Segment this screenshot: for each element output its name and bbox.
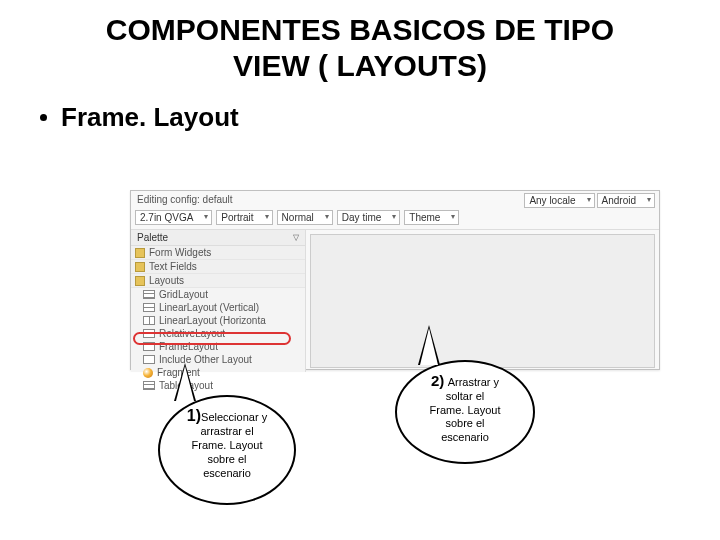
palette-panel: Palette ▽ Form Widgets Text Fields Layou… [131, 230, 306, 372]
callout-1-text2: arrastrar el [200, 425, 253, 437]
layout-item-table[interactable]: TableLayout [131, 379, 305, 392]
layout-item-fragment[interactable]: Fragment [131, 366, 305, 379]
palette-section-text-fields[interactable]: Text Fields [131, 260, 305, 274]
frame-layout-icon [143, 342, 155, 351]
mode-dropdown[interactable]: Normal [277, 210, 333, 225]
folder-icon [135, 248, 145, 258]
device-dropdown[interactable]: 2.7in QVGA [135, 210, 212, 225]
folder-icon [135, 262, 145, 272]
layout-item-include[interactable]: Include Other Layout [131, 353, 305, 366]
bullet-dot-icon [40, 114, 47, 121]
layout-label: GridLayout [159, 289, 208, 300]
callout-1-lead: 1) [187, 407, 201, 424]
layout-label: RelativeLayout [159, 328, 225, 339]
title-line-1: COMPONENTES BASICOS DE TIPO [106, 13, 614, 46]
callout-1-text5: escenario [203, 467, 251, 479]
callout-1-tail [174, 363, 196, 398]
relative-layout-icon [143, 329, 155, 338]
layout-label: Include Other Layout [159, 354, 252, 365]
section-label: Text Fields [149, 261, 197, 272]
palette-header[interactable]: Palette ▽ [131, 230, 305, 246]
layout-item-grid[interactable]: GridLayout [131, 288, 305, 301]
layout-item-relative[interactable]: RelativeLayout [131, 327, 305, 340]
layout-item-linear-horizontal[interactable]: LinearLayout (Horizonta [131, 314, 305, 327]
callout-1: 1)Seleccionar y arrastrar el Frame. Layo… [158, 395, 296, 505]
callout-2-text3: Frame. Layout [430, 404, 501, 416]
theme-dropdown[interactable]: Theme [404, 210, 459, 225]
layout-item-linear-vertical[interactable]: LinearLayout (Vertical) [131, 301, 305, 314]
table-layout-icon [143, 381, 155, 390]
daytime-dropdown[interactable]: Day time [337, 210, 400, 225]
bullet-item: Frame. Layout [0, 84, 720, 133]
editor-screenshot: Editing config: default Any locale Andro… [130, 190, 660, 370]
folder-icon [135, 276, 145, 286]
layout-label: LinearLayout (Horizonta [159, 315, 266, 326]
slide-title: COMPONENTES BASICOS DE TIPO VIEW ( LAYOU… [0, 0, 720, 84]
orientation-dropdown[interactable]: Portrait [216, 210, 272, 225]
platform-dropdown[interactable]: Android [597, 193, 655, 208]
palette-title: Palette [137, 232, 168, 243]
section-label: Form Widgets [149, 247, 211, 258]
palette-collapse-icon: ▽ [293, 233, 299, 242]
title-line-2: VIEW ( LAYOUTS) [233, 49, 487, 82]
callout-1-text1: Seleccionar y [201, 411, 267, 423]
layout-item-frame[interactable]: FrameLayout [131, 340, 305, 353]
palette-section-form-widgets[interactable]: Form Widgets [131, 246, 305, 260]
callout-1-text4: sobre el [207, 453, 246, 465]
callout-2-text4: sobre el [445, 417, 484, 429]
config-toolbar: 2.7in QVGA Portrait Normal Day time Them… [131, 208, 659, 230]
callout-2-tail [418, 325, 440, 363]
layout-label: LinearLayout (Vertical) [159, 302, 259, 313]
bullet-text: Frame. Layout [61, 102, 239, 133]
callout-2-text1: Arrastrar y [448, 376, 499, 388]
palette-section-layouts[interactable]: Layouts [131, 274, 305, 288]
callout-2-lead: 2) [431, 372, 444, 389]
fragment-icon [143, 368, 153, 378]
linear-h-icon [143, 316, 155, 325]
callout-2-text2: soltar el [446, 390, 485, 402]
linear-v-icon [143, 303, 155, 312]
design-canvas[interactable] [310, 234, 655, 368]
section-label: Layouts [149, 275, 184, 286]
layout-label: FrameLayout [159, 341, 218, 352]
locale-dropdown[interactable]: Any locale [524, 193, 594, 208]
callout-1-text3: Frame. Layout [192, 439, 263, 451]
callout-2: 2) Arrastrar y soltar el Frame. Layout s… [395, 360, 535, 464]
callout-2-text5: escenario [441, 431, 489, 443]
grid-layout-icon [143, 290, 155, 299]
include-layout-icon [143, 355, 155, 364]
